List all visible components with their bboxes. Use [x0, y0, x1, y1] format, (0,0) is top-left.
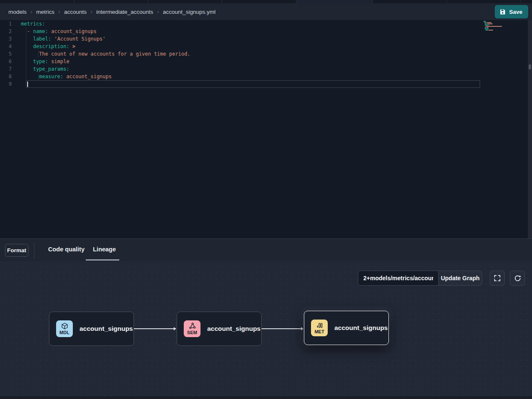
code-line[interactable]: 3 label: 'Account Signups'	[0, 35, 528, 43]
lineage-canvas[interactable]: Update Graph MDLaccount_signupsSEMaccoun…	[0, 261, 532, 399]
top-tab-segment[interactable]	[447, 0, 521, 3]
code-text: label: 'Account Signups'	[17, 35, 105, 43]
node-name-label: account_signups	[334, 324, 388, 332]
minimap-line	[483, 26, 509, 27]
ide-window: models›metrics›accounts›intermediate_acc…	[0, 0, 532, 399]
line-number: 9	[0, 80, 17, 88]
minimap-line	[483, 25, 509, 26]
save-floppy-icon	[499, 9, 506, 15]
lineage-node-sem[interactable]: SEMaccount_signups	[177, 312, 262, 346]
node-type-badge: MDL	[56, 320, 73, 337]
minimap-line	[483, 21, 509, 22]
lineage-selector-group: Update Graph	[358, 271, 482, 286]
minimap-line	[483, 23, 509, 24]
cube-icon	[61, 322, 68, 330]
line-number: 7	[0, 65, 17, 73]
code-line[interactable]: 4 description: >	[0, 43, 528, 50]
metric-chart-icon	[316, 322, 323, 329]
breadcrumb-separator-icon: ›	[157, 8, 159, 15]
top-tab-segment[interactable]	[373, 0, 447, 3]
breadcrumb-separator-icon: ›	[90, 8, 93, 15]
code-text: metrics:	[17, 20, 45, 28]
editor-scrollbar[interactable]	[528, 20, 532, 238]
code-text: measure: account_signups	[17, 73, 112, 80]
top-tab-strip	[0, 0, 532, 3]
save-button-label: Save	[509, 9, 522, 15]
code-text: type_params:	[17, 65, 69, 73]
line-number: 6	[0, 58, 17, 65]
line-number: 2	[0, 28, 17, 35]
node-type-badge: MET	[311, 320, 328, 336]
indent-guide	[38, 73, 39, 80]
line-number: 1	[0, 20, 17, 28]
node-type-label: MET	[314, 330, 324, 334]
line-number: 8	[0, 73, 17, 80]
tab-lineage[interactable]: Lineage	[93, 246, 116, 253]
code-text: type: simple	[17, 58, 69, 65]
bottom-panel-tabbar: Format Code quality Lineage	[0, 238, 532, 261]
refresh-icon	[514, 275, 521, 282]
node-name-label: account_signups	[207, 325, 260, 332]
save-button[interactable]: Save	[495, 5, 528, 18]
top-tab-segment[interactable]	[74, 0, 148, 3]
minimap[interactable]	[483, 21, 509, 32]
indent-guide	[38, 50, 39, 58]
model-selector-input[interactable]	[358, 271, 439, 286]
format-button[interactable]: Format	[5, 244, 28, 257]
editor-scroll-thumb[interactable]	[529, 64, 531, 69]
code-text	[17, 80, 21, 88]
yaml-editor[interactable]: 1metrics:2 - name: account_signups3 labe…	[0, 20, 532, 238]
code-line[interactable]: 7 type_params:	[0, 65, 528, 73]
panel-divider	[34, 242, 34, 259]
line-number: 4	[0, 43, 17, 50]
top-tab-segment[interactable]	[222, 0, 296, 3]
top-tab-segment[interactable]	[296, 0, 373, 3]
top-tab-segment[interactable]	[148, 0, 222, 3]
bottom-strip	[0, 396, 532, 399]
current-line-highlight	[26, 80, 480, 88]
update-graph-button[interactable]: Update Graph	[438, 271, 482, 286]
code-line[interactable]: 6 type: simple	[0, 58, 528, 65]
lineage-node-met[interactable]: METaccount_signups	[304, 311, 389, 345]
lineage-node-mdl[interactable]: MDLaccount_signups	[49, 312, 134, 346]
node-type-label: MDL	[59, 330, 69, 335]
code-line[interactable]: 5 The count of new accounts for a given …	[0, 50, 528, 58]
fullscreen-button[interactable]	[490, 271, 505, 286]
active-tab-underline	[86, 259, 119, 261]
code-text: - name: account_signups	[17, 28, 97, 35]
semantic-model-icon	[189, 322, 196, 330]
minimap-line	[483, 22, 509, 23]
breadcrumb-separator-icon: ›	[31, 8, 33, 15]
indent-guide	[26, 28, 26, 80]
minimap-line	[483, 31, 509, 32]
text-cursor	[27, 82, 28, 87]
breadcrumb-item[interactable]: models	[8, 9, 27, 15]
code-line[interactable]: 2 - name: account_signups	[0, 28, 528, 35]
breadcrumb-item[interactable]: intermediate_accounts	[96, 9, 153, 15]
code-text: description: >	[17, 43, 75, 50]
node-name-label: account_signups	[80, 325, 133, 332]
lineage-edge	[134, 328, 176, 329]
tab-code-quality[interactable]: Code quality	[48, 246, 85, 253]
breadcrumb: models›metrics›accounts›intermediate_acc…	[8, 8, 216, 15]
refresh-icon-button[interactable]	[510, 271, 525, 286]
top-tab-segment	[521, 0, 532, 3]
minimap-line	[483, 28, 509, 29]
code-text: The count of new accounts for a given ti…	[17, 50, 190, 58]
node-type-badge: SEM	[184, 320, 200, 337]
breadcrumb-item[interactable]: account_signups.yml	[163, 9, 216, 15]
code-line[interactable]: 1metrics:	[0, 20, 528, 28]
line-number: 3	[0, 35, 17, 43]
code-lines: 1metrics:2 - name: account_signups3 labe…	[0, 20, 528, 88]
breadcrumb-bar: models›metrics›accounts›intermediate_acc…	[0, 3, 532, 20]
fullscreen-icon	[494, 275, 501, 281]
top-tab-segment[interactable]	[0, 0, 74, 3]
breadcrumb-item[interactable]: metrics	[36, 9, 55, 15]
code-line[interactable]: 8 measure: account_signups	[0, 73, 528, 80]
minimap-line	[483, 30, 509, 31]
lineage-edge	[262, 328, 303, 329]
breadcrumb-item[interactable]: accounts	[64, 9, 87, 15]
line-number: 5	[0, 50, 17, 58]
minimap-line	[483, 27, 509, 28]
node-type-label: SEM	[187, 330, 197, 335]
